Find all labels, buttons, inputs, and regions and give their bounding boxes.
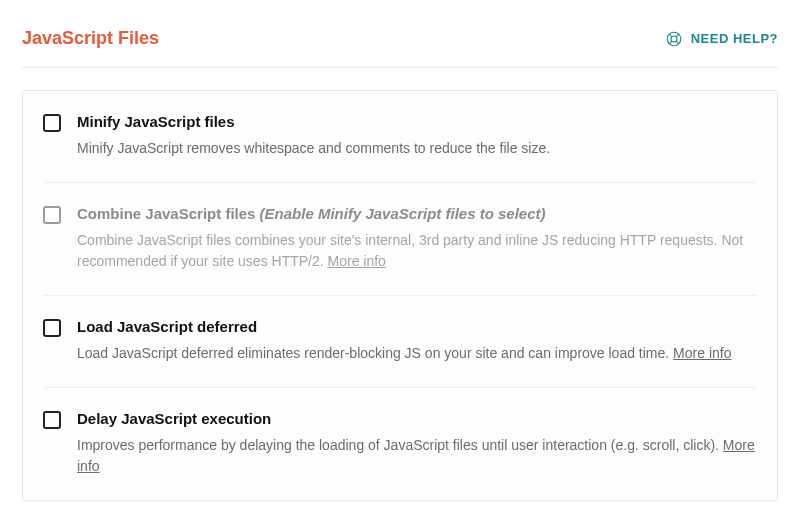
option-title-text: Delay JavaScript execution xyxy=(77,410,271,427)
section-header: JavaScript Files NEED HELP? xyxy=(22,28,778,68)
option-body: Load JavaScript deferred Load JavaScript… xyxy=(77,318,757,365)
option-title: Load JavaScript deferred xyxy=(77,318,757,335)
need-help-label: NEED HELP? xyxy=(691,31,778,46)
option-body: Minify JavaScript files Minify JavaScrip… xyxy=(77,113,757,160)
option-desc-text: Minify JavaScript removes whitespace and… xyxy=(77,140,550,156)
more-info-link[interactable]: More info xyxy=(328,253,386,269)
more-info-link[interactable]: More info xyxy=(673,345,731,361)
option-title-text: Minify JavaScript files xyxy=(77,113,235,130)
option-desc: Improves performance by delaying the loa… xyxy=(77,435,757,478)
option-desc-text: Load JavaScript deferred eliminates rend… xyxy=(77,345,669,361)
option-desc: Load JavaScript deferred eliminates rend… xyxy=(77,343,757,365)
option-desc: Minify JavaScript removes whitespace and… xyxy=(77,138,757,160)
option-defer-js: Load JavaScript deferred Load JavaScript… xyxy=(43,296,757,388)
checkbox-minify-js[interactable] xyxy=(43,114,61,132)
option-title: Combine JavaScript files (Enable Minify … xyxy=(77,205,757,222)
svg-line-3 xyxy=(676,34,679,37)
option-desc-text: Improves performance by delaying the loa… xyxy=(77,437,719,453)
svg-line-4 xyxy=(669,41,672,44)
checkbox-defer-js[interactable] xyxy=(43,319,61,337)
checkbox-combine-js xyxy=(43,206,61,224)
option-desc-text: Combine JavaScript files combines your s… xyxy=(77,232,743,270)
option-body: Combine JavaScript files (Enable Minify … xyxy=(77,205,757,273)
option-minify-js: Minify JavaScript files Minify JavaScrip… xyxy=(43,91,757,183)
need-help-link[interactable]: NEED HELP? xyxy=(665,30,778,48)
option-title: Minify JavaScript files xyxy=(77,113,757,130)
svg-line-2 xyxy=(669,34,672,37)
checkbox-delay-js[interactable] xyxy=(43,411,61,429)
option-combine-js: Combine JavaScript files (Enable Minify … xyxy=(43,183,757,296)
option-title: Delay JavaScript execution xyxy=(77,410,757,427)
option-note-text: (Enable Minify JavaScript files to selec… xyxy=(260,205,546,222)
svg-line-5 xyxy=(676,41,679,44)
option-body: Delay JavaScript execution Improves perf… xyxy=(77,410,757,478)
svg-point-1 xyxy=(671,36,677,42)
options-panel: Minify JavaScript files Minify JavaScrip… xyxy=(22,90,778,501)
section-title: JavaScript Files xyxy=(22,28,159,49)
option-title-text: Combine JavaScript files xyxy=(77,205,255,222)
lifebuoy-icon xyxy=(665,30,683,48)
option-delay-js: Delay JavaScript execution Improves perf… xyxy=(43,388,757,500)
option-desc: Combine JavaScript files combines your s… xyxy=(77,230,757,273)
option-title-text: Load JavaScript deferred xyxy=(77,318,257,335)
